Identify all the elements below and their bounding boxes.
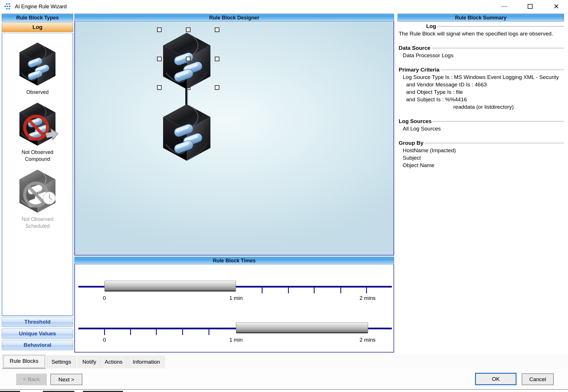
type-tab-behavioral[interactable]: Behavioral <box>2 340 73 350</box>
back-button[interactable]: < Back <box>16 374 47 385</box>
tick <box>314 286 315 293</box>
tick <box>366 286 367 293</box>
log-rule-block-2[interactable] <box>159 102 214 163</box>
divider <box>441 70 564 70</box>
list-item-observed[interactable]: Observed <box>16 41 59 96</box>
background-window-fragment <box>43 391 74 392</box>
tab-notify[interactable]: Notify <box>78 356 101 368</box>
log-cube-prohibited-arrow-icon <box>16 101 59 147</box>
rule-block-designer-header: Rule Block Designer <box>74 14 394 21</box>
maximize-icon <box>528 4 533 9</box>
close-icon: ✕ <box>553 3 559 10</box>
criteria-line: and Object Type Is : file <box>398 88 564 96</box>
timeline-1-label-2mins: 2 mins <box>360 295 376 301</box>
criteria-line: and Vendor Message ID Is : 4663 <box>398 81 564 88</box>
rule-block-types-panel: Rule Block Types Log Observed Not Observ… <box>2 14 73 351</box>
cancel-button[interactable]: Cancel <box>522 373 554 385</box>
summary-description: The Rule Block will signal when the spec… <box>398 30 564 37</box>
minimize-button[interactable] <box>498 0 511 13</box>
summary-block-type: Log <box>426 23 436 30</box>
divider <box>437 26 564 27</box>
group-by-value: HostName (Impacted) <box>398 147 564 154</box>
timeline-1-label-0: 0 <box>103 295 106 301</box>
tick <box>130 328 131 335</box>
timeline-2-label-0: 0 <box>103 337 106 343</box>
wizard-button-bar: < Back Next > OK Cancel <box>0 369 568 390</box>
section-heading: Primary Criteria <box>398 66 440 74</box>
close-button[interactable]: ✕ <box>550 0 563 13</box>
type-tab-log[interactable]: Log <box>2 22 73 32</box>
tab-actions[interactable]: Actions <box>100 356 127 368</box>
tab-information[interactable]: Information <box>128 356 165 368</box>
tab-rule-blocks[interactable]: Rule Blocks <box>2 354 46 369</box>
timeline-2-label-1min: 1 min <box>229 337 243 343</box>
list-item-not-observed-compound[interactable]: Not Observed Compound <box>12 101 63 163</box>
summary-section-log-sources: Log Sources All Log Sources <box>398 118 564 132</box>
log-cube-prohibited-clock-icon <box>16 168 59 214</box>
timeline-1-range-bar[interactable] <box>104 281 236 292</box>
criteria-line: Log Source Type Is : MS Windows Event Lo… <box>398 74 564 81</box>
tick <box>182 328 183 335</box>
summary-section-primary-criteria: Primary Criteria Log Source Type Is : MS… <box>398 66 564 111</box>
rule-block-times-header: Rule Block Times <box>74 257 394 264</box>
background-window-edge <box>0 389 568 392</box>
ai-engine-rule-wizard-window: AI Engine Rule Wizard ✕ Rule Block Types… <box>0 0 568 392</box>
next-button[interactable]: Next > <box>50 374 82 385</box>
section-heading: Data Source <box>398 44 430 52</box>
timeline-2-range-bar[interactable] <box>236 322 368 333</box>
section-heading: Group By <box>398 139 424 147</box>
list-item-not-observed-scheduled[interactable]: Not Observed Scheduled <box>12 168 63 229</box>
tick <box>340 286 341 293</box>
minimize-icon <box>501 6 507 7</box>
rule-block-times-panel: Rule Block Times 0 1 min 2 mins <box>74 257 394 353</box>
criteria-line: readdata (or listdirectory) <box>398 103 564 111</box>
data-source-value: Data Processor Logs <box>398 52 564 59</box>
timeline-1-label-1min: 1 min <box>229 295 243 301</box>
list-item-label: Not Observed Scheduled <box>12 216 63 229</box>
ok-button[interactable]: OK <box>475 373 517 385</box>
tick <box>288 286 289 293</box>
group-by-value: Subject <box>398 154 564 162</box>
section-heading: Log Sources <box>398 118 432 125</box>
app-logo-icon <box>4 3 12 11</box>
summary-body: Log The Rule Block will signal when the … <box>398 23 564 169</box>
tick <box>208 328 209 335</box>
selection-handle-center[interactable] <box>186 57 190 61</box>
log-sources-value: All Log Sources <box>398 125 564 132</box>
selection-handle[interactable] <box>215 85 219 90</box>
rule-block-summary-panel: Rule Block Summary Log The Rule Block wi… <box>398 14 564 353</box>
maximize-button[interactable] <box>523 0 537 13</box>
divider <box>432 48 564 48</box>
background-window-fragment <box>0 391 20 392</box>
rule-block-type-list: Observed Not Observed Compound Not Obser… <box>2 33 73 316</box>
title-bar[interactable]: AI Engine Rule Wizard ✕ <box>0 0 568 13</box>
wizard-tab-strip: Rule Blocks Settings Notify Actions Info… <box>0 354 568 369</box>
list-item-label: Observed <box>26 89 49 96</box>
window-title: AI Engine Rule Wizard <box>15 0 67 13</box>
tick <box>104 328 105 335</box>
selection-handle[interactable] <box>215 57 219 61</box>
summary-section-data-source: Data Source Data Processor Logs <box>398 44 564 59</box>
criteria-line: and Subject Is : %%4416 <box>398 96 564 103</box>
tick <box>156 328 157 335</box>
background-window-fragment <box>83 391 123 392</box>
timeline-2-label-2mins: 2 mins <box>360 337 376 343</box>
rule-block-designer-panel: Rule Block Designer <box>74 14 394 256</box>
type-tab-threshold[interactable]: Threshold <box>2 317 73 327</box>
tick <box>262 286 263 293</box>
summary-section-group-by: Group By HostName (Impacted) Subject Obj… <box>398 139 564 169</box>
designer-canvas[interactable] <box>74 21 394 256</box>
list-item-label: Not Observed Compound <box>12 149 63 163</box>
rule-block-types-header: Rule Block Types <box>2 14 73 21</box>
divider <box>425 143 564 143</box>
selection-handle[interactable] <box>215 27 219 32</box>
log-cube-icon <box>16 41 59 87</box>
type-tab-unique-values[interactable]: Unique Values <box>2 328 73 339</box>
tab-settings[interactable]: Settings <box>47 356 76 368</box>
group-by-value: Object Name <box>398 162 564 169</box>
rule-block-summary-header: Rule Block Summary <box>398 14 564 21</box>
divider <box>433 121 564 122</box>
